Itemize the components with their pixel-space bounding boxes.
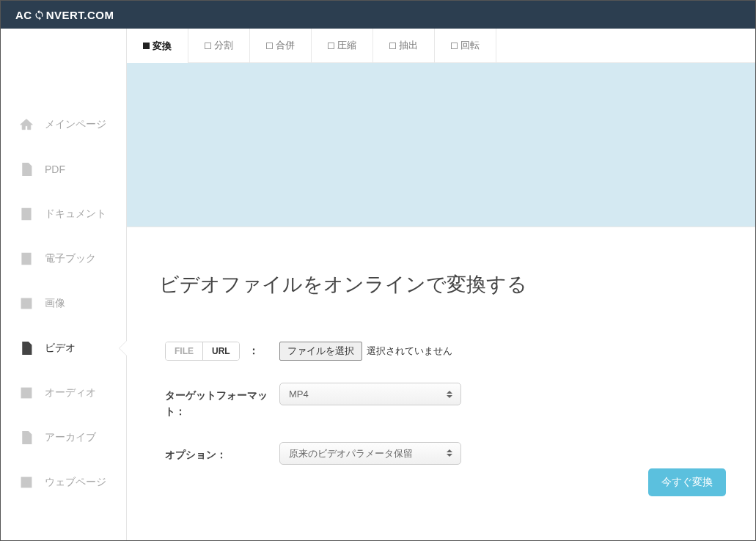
ebook-icon xyxy=(18,251,34,267)
sidebar-item-document[interactable]: W ドキュメント xyxy=(1,191,126,236)
format-row: ターゲットフォーマット： MP4 xyxy=(156,383,726,420)
svg-rect-8 xyxy=(24,348,27,351)
page-title: ビデオファイルをオンラインで変換する xyxy=(156,271,726,298)
audio-icon xyxy=(18,385,34,401)
recycle-icon xyxy=(34,10,45,21)
square-outline-icon xyxy=(328,43,334,49)
sidebar-item-label: 画像 xyxy=(45,297,65,310)
sidebar-item-label: ビデオ xyxy=(45,342,76,355)
sidebar: メインページ 品 PDF W ドキュメント 電子ブック xyxy=(1,29,127,540)
video-icon xyxy=(18,340,34,356)
sidebar-item-pdf[interactable]: 品 PDF xyxy=(1,147,126,191)
format-label: ターゲットフォーマット： xyxy=(165,383,279,420)
colon: ： xyxy=(249,345,259,358)
tab-convert[interactable]: 変換 xyxy=(127,29,188,63)
sidebar-item-label: 電子ブック xyxy=(45,252,96,265)
document-icon: W xyxy=(18,206,34,222)
file-tab-button[interactable]: FILE xyxy=(166,342,203,360)
pdf-icon: 品 xyxy=(18,161,34,177)
tab-extract[interactable]: 抽出 xyxy=(373,29,435,63)
sidebar-item-image[interactable]: 画像 xyxy=(1,281,126,325)
sidebar-item-ebook[interactable]: 電子ブック xyxy=(1,236,126,281)
content-area: ビデオファイルをオンラインで変換する FILE URL ： ファイルを選択 選択… xyxy=(127,227,755,540)
tab-label: 抽出 xyxy=(399,39,418,52)
tab-label: 圧縮 xyxy=(337,39,356,52)
options-label: オプション： xyxy=(165,442,279,463)
format-select[interactable]: MP4 xyxy=(279,383,461,405)
choose-file-button[interactable]: ファイルを選択 xyxy=(279,342,362,361)
options-row: オプション： 原来のビデオパラメータ保留 xyxy=(156,442,726,465)
ad-placeholder xyxy=(127,63,755,227)
archive-icon xyxy=(18,430,34,446)
sidebar-item-video[interactable]: ビデオ xyxy=(1,325,126,370)
url-tab-button[interactable]: URL xyxy=(203,342,239,360)
file-picker: ファイルを選択 選択されていません xyxy=(279,342,452,361)
square-outline-icon xyxy=(205,43,211,49)
image-icon xyxy=(18,295,34,312)
source-toggle: FILE URL xyxy=(165,342,240,361)
file-status: 選択されていません xyxy=(367,345,452,358)
tab-label: 回転 xyxy=(460,39,480,52)
tab-spacer xyxy=(496,29,755,63)
svg-text:品: 品 xyxy=(24,169,28,174)
tab-split[interactable]: 分割 xyxy=(188,29,250,63)
tab-label: 分割 xyxy=(214,39,233,52)
home-icon xyxy=(18,117,34,133)
square-outline-icon xyxy=(389,43,396,49)
options-select[interactable]: 原来のビデオパラメータ保留 xyxy=(279,442,461,465)
square-filled-icon xyxy=(143,43,150,49)
main-area: 変換 分割 合併 圧縮 抽出 xyxy=(127,29,755,540)
square-outline-icon xyxy=(451,43,458,49)
sidebar-item-label: オーディオ xyxy=(45,386,96,400)
sidebar-item-label: ドキュメント xyxy=(45,207,106,221)
tabs-row: 変換 分割 合併 圧縮 抽出 xyxy=(127,29,755,63)
tab-compress[interactable]: 圧縮 xyxy=(312,29,373,63)
svg-point-12 xyxy=(25,441,26,443)
tab-merge[interactable]: 合併 xyxy=(250,29,312,63)
sidebar-item-label: PDF xyxy=(45,163,65,175)
source-row: FILE URL ： ファイルを選択 選択されていません xyxy=(156,342,726,361)
logo-text-right: NVERT.COM xyxy=(46,9,114,21)
tab-label: 合併 xyxy=(276,39,295,52)
sidebar-item-label: ウェブページ xyxy=(45,476,106,489)
tab-label: 変換 xyxy=(153,40,172,53)
sidebar-item-audio[interactable]: オーディオ xyxy=(1,370,126,415)
sidebar-item-webpage[interactable]: ウェブページ xyxy=(1,460,126,504)
site-header: AC NVERT.COM xyxy=(1,1,755,29)
tab-rotate[interactable]: 回転 xyxy=(435,29,496,63)
sidebar-item-archive[interactable]: アーカイブ xyxy=(1,415,126,460)
logo-text-left: AC xyxy=(15,9,32,21)
svg-rect-7 xyxy=(21,298,31,308)
svg-rect-10 xyxy=(21,388,31,397)
convert-now-button[interactable]: 今すぐ変換 xyxy=(648,468,726,496)
square-outline-icon xyxy=(266,43,273,49)
sidebar-item-label: メインページ xyxy=(45,118,106,131)
sidebar-item-label: アーカイブ xyxy=(45,431,96,444)
sidebar-item-mainpage[interactable]: メインページ xyxy=(1,102,126,147)
svg-text:W: W xyxy=(24,212,29,217)
webpage-icon xyxy=(18,474,34,490)
